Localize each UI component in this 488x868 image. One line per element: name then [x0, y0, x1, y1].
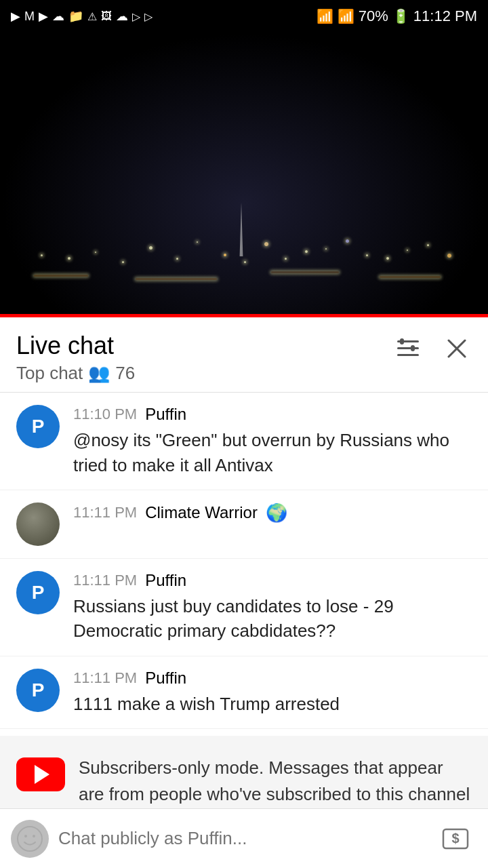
play2-status-icon: ▷: [144, 10, 152, 23]
message-meta: 11:11 PM Puffin: [73, 571, 472, 590]
youtube-logo: [16, 757, 65, 791]
emoji-avatar-icon: [16, 825, 43, 852]
superchat-icon: $: [439, 823, 472, 855]
chat-header-actions: [393, 331, 472, 366]
chat-header-info: Live chat Top chat 👥 76: [16, 331, 135, 384]
status-icons-left: ▶ M ▶ ☁ 📁 ⚠ 🖼 ☁ ▷ ▷: [11, 9, 152, 24]
message-author: Puffin: [145, 405, 186, 424]
cloud-status-icon: ☁: [52, 9, 64, 24]
chat-input-bar: $: [0, 808, 488, 868]
table-row: P 11:11 PM Puffin 1111 make a wish Trump…: [0, 656, 488, 729]
warning-status-icon: ⚠: [87, 10, 97, 23]
status-bar: ▶ M ▶ ☁ 📁 ⚠ 🖼 ☁ ▷ ▷ 📶 📶 70% 🔋 11:12 PM: [0, 0, 488, 33]
message-time: 11:11 PM: [73, 504, 137, 521]
table-row: 11:11 PM Climate Warrior 🌍: [0, 490, 488, 559]
table-row: P 11:11 PM Puffin Russians just buy cand…: [0, 559, 488, 656]
battery-icon: 🔋: [392, 8, 409, 24]
city-lights: [0, 216, 488, 297]
svg-rect-3: [400, 338, 404, 344]
progress-bar[interactable]: [0, 314, 488, 317]
viewer-count: 76: [115, 363, 135, 384]
message-meta: 11:11 PM Puffin: [73, 669, 472, 688]
message-time: 11:10 PM: [73, 406, 137, 423]
message-author: Puffin: [145, 571, 186, 590]
user-avatar: [11, 820, 49, 858]
message-time: 11:11 PM: [73, 669, 137, 687]
message-content: 11:11 PM Climate Warrior 🌍: [73, 502, 472, 528]
message-text: 1111 make a wish Trump arrested: [73, 692, 472, 716]
m-status-icon: M: [24, 9, 35, 24]
message-meta: 11:10 PM Puffin: [73, 405, 472, 424]
message-content: 11:11 PM Puffin 1111 make a wish Trump a…: [73, 669, 472, 716]
battery-text: 70%: [359, 7, 388, 25]
video-player[interactable]: [0, 33, 488, 317]
time-display: 11:12 PM: [413, 7, 477, 25]
chat-messages-area: P 11:10 PM Puffin @nosy its "Green" but …: [0, 393, 488, 868]
yt2-status-icon: ▶: [39, 9, 48, 24]
message-author: Climate Warrior: [145, 503, 258, 522]
send-superchat-button[interactable]: $: [434, 817, 477, 861]
sliders-icon: [393, 334, 423, 363]
chat-subtitle: Top chat 👥 76: [16, 363, 135, 384]
message-text: @nosy its "Green" but overrun by Russian…: [73, 428, 472, 477]
chat-header: Live chat Top chat 👥 76: [0, 317, 488, 393]
svg-point-7: [18, 827, 42, 851]
yt-status-icon: ▶: [11, 9, 20, 24]
chat-filter-button[interactable]: [393, 334, 423, 366]
svg-rect-2: [397, 354, 419, 356]
svg-point-8: [24, 835, 27, 837]
chat-close-button[interactable]: [442, 334, 472, 366]
signal-icon: 📶: [338, 8, 354, 24]
svg-rect-1: [397, 347, 419, 349]
message-content: 11:11 PM Puffin Russians just buy candid…: [73, 571, 472, 644]
message-text: Russians just buy candidates to lose - 2…: [73, 594, 472, 644]
avatar: P: [16, 669, 60, 712]
avatar: P: [16, 571, 60, 614]
chat-public-input[interactable]: [58, 820, 424, 858]
message-time: 11:11 PM: [73, 572, 137, 589]
play-status-icon: ▷: [132, 10, 140, 23]
cloud2-status-icon: ☁: [116, 9, 128, 24]
message-emoji: 🌍: [266, 502, 287, 524]
table-row: P 11:10 PM Puffin @nosy its "Green" but …: [0, 393, 488, 490]
top-chat-label: Top chat: [16, 363, 83, 384]
svg-text:$: $: [451, 831, 459, 846]
message-content: 11:10 PM Puffin @nosy its "Green" but ov…: [73, 405, 472, 477]
svg-rect-4: [411, 345, 415, 351]
people-icon: 👥: [88, 363, 110, 384]
video-content: [0, 33, 488, 317]
svg-point-9: [33, 835, 35, 837]
message-author: Puffin: [145, 669, 186, 688]
wifi-icon: 📶: [317, 8, 333, 24]
folder-status-icon: 📁: [68, 9, 83, 24]
status-icons-right: 📶 📶 70% 🔋 11:12 PM: [317, 7, 477, 25]
photo-status-icon: 🖼: [101, 10, 112, 22]
avatar: [16, 502, 60, 546]
chat-title: Live chat: [16, 331, 135, 360]
play-icon: [35, 765, 49, 784]
close-icon: [442, 334, 472, 363]
avatar: P: [16, 405, 60, 448]
message-meta: 11:11 PM Climate Warrior 🌍: [73, 502, 472, 524]
